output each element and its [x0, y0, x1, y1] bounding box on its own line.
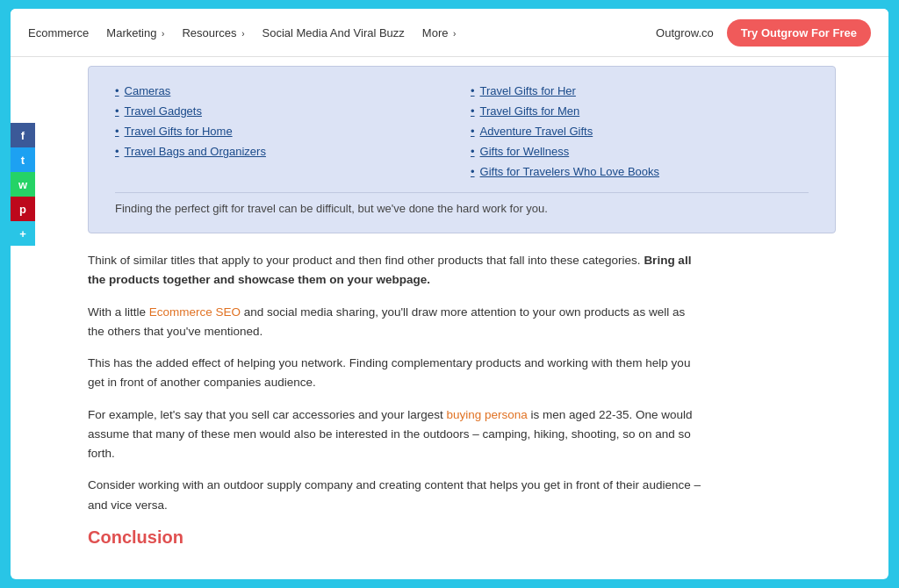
nav-right: Outgrow.co Try Outgrow For Free [656, 19, 871, 47]
content-area: Cameras Travel Gadgets Travel Gifts for … [35, 57, 888, 565]
conclusion-heading: Conclusion [88, 527, 702, 548]
article-paragraph-1: Think of similar titles that apply to yo… [88, 251, 702, 290]
toc-item-travel-gifts-men[interactable]: Travel Gifts for Men [471, 104, 809, 118]
twitter-button[interactable]: t [11, 147, 35, 172]
nav-marketing[interactable]: Marketing › [106, 26, 164, 39]
article-paragraph-3: This has the added effect of helping you… [88, 354, 702, 393]
nav-more[interactable]: More › [422, 26, 457, 39]
navbar: Ecommerce Marketing › Resources › Social… [11, 9, 888, 57]
chevron-icon: › [162, 29, 164, 39]
toc-item-travel-gifts-her[interactable]: Travel Gifts for Her [471, 84, 809, 97]
try-outgrow-button[interactable]: Try Outgrow For Free [727, 19, 871, 47]
buying-persona-link[interactable]: buying persona [447, 408, 528, 421]
toc-right-col: Travel Gifts for Her Travel Gifts for Me… [471, 84, 809, 178]
toc-item-travel-bags[interactable]: Travel Bags and Organizers [115, 145, 453, 158]
whatsapp-button[interactable]: w [11, 172, 35, 197]
article-body: Think of similar titles that apply to yo… [88, 251, 702, 548]
chevron-icon: › [453, 29, 456, 39]
toc-caption: Finding the perfect gift for travel can … [115, 192, 809, 215]
article-paragraph-2: With a little Ecommerce SEO and social m… [88, 303, 702, 342]
social-sidebar: f t w p + [11, 123, 35, 246]
chevron-icon: › [241, 29, 244, 39]
article-paragraph-4: For example, let's say that you sell car… [88, 405, 702, 464]
ecommerce-seo-link[interactable]: Ecommerce SEO [149, 305, 241, 319]
toc-box: Cameras Travel Gadgets Travel Gifts for … [88, 66, 836, 233]
nav-social-media[interactable]: Social Media And Viral Buzz [263, 26, 405, 39]
outgrow-label[interactable]: Outgrow.co [656, 26, 714, 39]
toc-item-adventure-travel[interactable]: Adventure Travel Gifts [471, 125, 809, 138]
toc-item-gifts-wellness[interactable]: Gifts for Wellness [471, 145, 809, 158]
nav-resources[interactable]: Resources › [182, 26, 244, 39]
toc-item-gifts-books[interactable]: Gifts for Travelers Who Love Books [471, 165, 809, 178]
paragraph-2-prefix: With a little [88, 305, 149, 319]
share-button[interactable]: + [11, 221, 35, 246]
toc-item-travel-gifts-home[interactable]: Travel Gifts for Home [115, 125, 453, 138]
toc-item-cameras[interactable]: Cameras [115, 84, 453, 97]
toc-left-col: Cameras Travel Gadgets Travel Gifts for … [115, 84, 453, 178]
pinterest-button[interactable]: p [11, 197, 35, 221]
toc-grid: Cameras Travel Gadgets Travel Gifts for … [115, 84, 809, 178]
main-container: Ecommerce Marketing › Resources › Social… [11, 9, 888, 579]
paragraph-1-text: Think of similar titles that apply to yo… [88, 254, 641, 267]
paragraph-4-prefix: For example, let's say that you sell car… [88, 408, 447, 421]
nav-links: Ecommerce Marketing › Resources › Social… [28, 26, 456, 39]
article-paragraph-5: Consider working with an outdoor supply … [88, 476, 702, 515]
facebook-button[interactable]: f [11, 123, 35, 147]
toc-item-travel-gadgets[interactable]: Travel Gadgets [115, 104, 453, 118]
nav-ecommerce[interactable]: Ecommerce [28, 26, 89, 39]
